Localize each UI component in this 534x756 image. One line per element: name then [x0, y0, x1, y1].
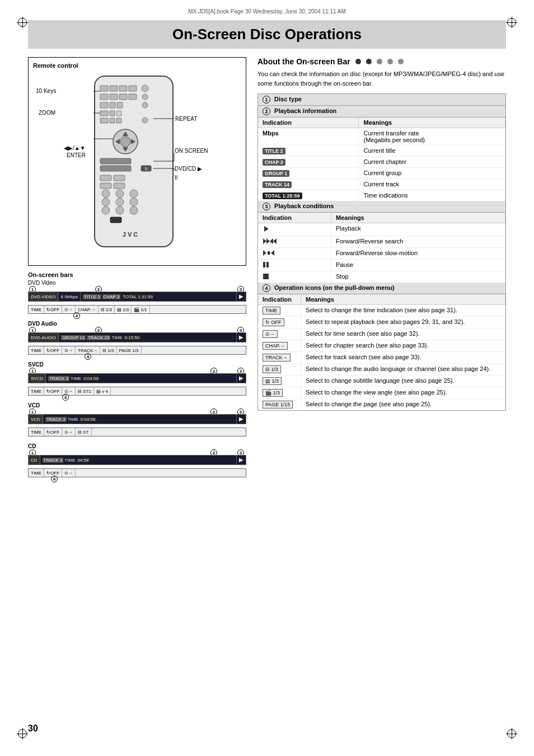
vcd-off: ↻OFF — [44, 428, 62, 436]
op-chap-ind: CHAP.→ — [258, 340, 301, 352]
svg-point-43 — [116, 206, 124, 214]
svg-point-40 — [116, 198, 124, 206]
vcd-bar-wrapper: 1 2 3 VCD TRACK 3 TIME 0:04:58 ▶ — [28, 414, 246, 436]
table-row: Stop — [258, 271, 505, 283]
cd-play: ▶ — [237, 456, 246, 464]
table-row: ⊟ 1/3 Select to change the audio languag… — [258, 364, 505, 375]
svg-point-39 — [102, 198, 110, 206]
cd-label: CD — [28, 443, 246, 449]
svg-rect-20 — [116, 118, 121, 123]
audio-page: PAGE 1/3 — [117, 346, 142, 354]
vcd-bottom-bar: TIME ↻OFF ⊙→ ⊟ ST — [28, 428, 246, 436]
svg-text:II: II — [175, 175, 178, 181]
table-row: 🎬 1/3 Select to change the view angle (s… — [258, 387, 505, 399]
section4-label: Operation icons (on the pull-down menu) — [274, 284, 395, 291]
svg-point-44 — [130, 206, 138, 214]
section1-label: Disc type — [274, 96, 302, 102]
indication-pause — [258, 260, 331, 271]
svg-rect-28 — [100, 158, 131, 164]
svg-rect-8 — [119, 94, 127, 100]
cd-type: CD — [29, 456, 40, 464]
svcd-inner: SVCD TRACK 3 TIME 0:04:59 ▶ — [29, 374, 246, 383]
svg-text:II: II — [145, 166, 147, 171]
table-row: Pause — [258, 260, 505, 271]
dvd-audio-bar-wrapper: 1 2 3 DVD-AUDIO GROUP 14 TRACK 23 TIME 0… — [28, 332, 246, 355]
svcd-play: ▶ — [237, 374, 246, 383]
svg-point-5 — [142, 85, 148, 92]
page-number: 30 — [28, 724, 38, 734]
svg-marker-66 — [266, 238, 270, 244]
meaning-slowmo: Forward/Reverse slow-motion — [331, 248, 505, 260]
title-banner: On-Screen Disc Operations — [28, 20, 506, 49]
svg-rect-76 — [266, 262, 269, 267]
reg-circle-bl — [18, 729, 27, 738]
dvd-off: ↻OFF — [44, 306, 62, 313]
dot-2 — [366, 59, 372, 64]
svg-rect-29 — [100, 166, 131, 171]
section-heading: About the On-screen Bar — [257, 57, 506, 66]
section1-header: 1 Disc type — [258, 94, 505, 106]
num-4-svcd: 4 — [62, 394, 69, 401]
dvd-search: ⊙→ — [62, 306, 76, 313]
section4-number: 4 — [263, 284, 270, 292]
info-box-main: 1 Disc type 2 Playback information Indic… — [257, 93, 506, 411]
svg-point-36 — [102, 190, 110, 198]
section3-header: 3 Playback conditions — [258, 201, 505, 213]
svg-rect-45 — [110, 217, 121, 223]
vcd-search: ⊙→ — [62, 428, 76, 436]
reg-circle-tl — [18, 18, 27, 27]
op-chap-mean: Select for chapter search (see also page… — [301, 340, 505, 352]
remote-control-label: Remote control — [33, 62, 241, 69]
op-off-ind: ↻ OFF — [258, 317, 301, 328]
svg-marker-68 — [273, 238, 277, 244]
svg-marker-65 — [263, 238, 266, 244]
section2-table: Indication Meanings Mbps Current transfe… — [258, 118, 505, 201]
vcd-play: ▶ — [237, 415, 246, 424]
dvd-audio-bottom-bar: 4 TIME ↻OFF ⊙→ TRACK→ ⊟ 1/3 PAGE 1/3 — [28, 346, 246, 355]
op-sub-ind: ▤ 1/3 — [258, 375, 301, 387]
num-4-cd: 4 — [51, 476, 58, 482]
audio-time: TIME — [29, 346, 44, 354]
section3-table: Indication Meanings Playback — [258, 213, 505, 283]
svg-rect-7 — [110, 94, 118, 100]
table-row: / Forward/Reverse search — [258, 236, 505, 248]
num-4-dvdaudio: 4 — [85, 353, 91, 360]
svg-marker-64 — [264, 226, 269, 232]
meaning-play: Playback — [331, 223, 505, 236]
op-audio-tag: ⊟ 1/3 — [263, 365, 281, 373]
dvd-audio: ⊟ 1/3 — [99, 306, 115, 313]
table-row: CHAP.→ Select for chapter search (see al… — [258, 340, 505, 352]
svg-point-41 — [130, 198, 138, 206]
svg-rect-16 — [110, 111, 115, 116]
svg-text:ZOOM: ZOOM — [39, 110, 55, 116]
indication-slowmo: / — [258, 248, 331, 260]
svg-text:JVC: JVC — [123, 231, 139, 238]
vcd-st: ⊟ ST — [76, 428, 91, 436]
dvd-video-bottom-bar: 4 TIME ↻OFF ⊙→ CHAP.→ ⊟ 1/3 ▤ 1/3 🎬 1/1 — [28, 305, 246, 314]
dvd-chap: CHAP.→ — [76, 306, 98, 313]
meaning-title: Current title — [359, 145, 505, 157]
page-header: MX-JD5[A].book Page 30 Wednesday, June 3… — [0, 0, 534, 17]
indication-play — [258, 223, 331, 236]
meaning-mbps: Current transfer rate(Megabits per secon… — [359, 128, 505, 145]
op-angle-mean: Select to change the view angle (see als… — [301, 387, 505, 399]
vcd-type: VCD — [29, 415, 43, 424]
op-page-tag: PAGE 1/15 — [263, 401, 293, 408]
cd-info: TRACK 3 TIME 04:58 — [40, 456, 237, 464]
cd-inner: CD TRACK 3 TIME 04:58 ▶ — [29, 456, 246, 464]
dvd-audio-label: DVD Audio — [28, 321, 246, 327]
header-text: MX-JD5[A].book Page 30 Wednesday, June 3… — [188, 8, 345, 15]
audio-off: ↻OFF — [44, 346, 62, 354]
vcd-top-bar: VCD TRACK 3 TIME 0:04:58 ▶ — [28, 414, 246, 424]
dvd-bottom-inner: TIME ↻OFF ⊙→ CHAP.→ ⊟ 1/3 ▤ 1/3 🎬 1/1 — [29, 306, 246, 313]
op-search-mean: Select for time search (see also page 32… — [301, 328, 505, 340]
cd-bar-wrapper: 1 2 3 CD TRACK 3 TIME 04:58 ▶ 4 — [28, 455, 246, 477]
audio-ch: ⊟ 1/3 — [100, 346, 116, 354]
op-angle-tag: 🎬 1/3 — [263, 389, 283, 397]
svg-rect-4 — [129, 86, 137, 91]
op-time-tag: TIME — [263, 307, 280, 314]
dot-1 — [355, 59, 361, 64]
indication-chap: CHAP 3 — [258, 157, 359, 168]
table-row: ↻ OFF Select to repeat playback (see als… — [258, 317, 505, 328]
dvd-time: TIME — [29, 306, 44, 313]
